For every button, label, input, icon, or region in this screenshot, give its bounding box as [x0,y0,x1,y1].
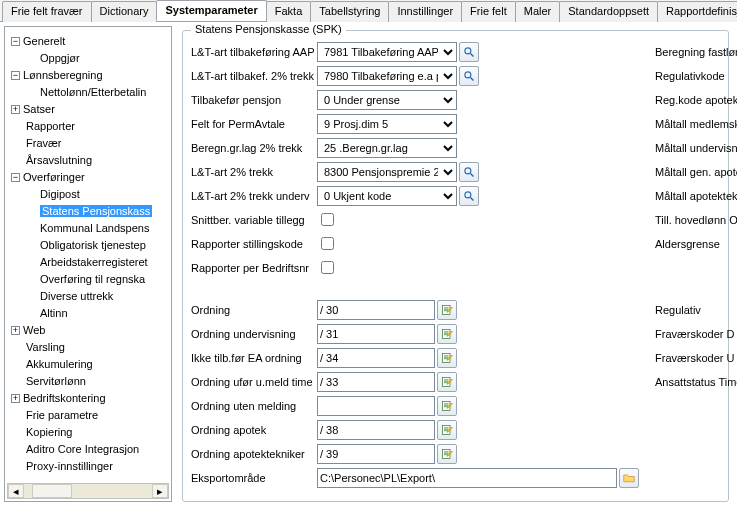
eksportomrade-input[interactable] [317,468,617,488]
tree-digipost[interactable]: Digipost [40,188,80,200]
tree-toggle[interactable]: + [11,105,20,114]
tree-akkumulering[interactable]: Akkumulering [26,358,93,370]
ordning-ufor-label: Ordning ufør u.meld time [191,376,317,388]
edit-icon[interactable] [437,420,457,440]
tree-kopiering[interactable]: Kopiering [26,426,72,438]
ordning-underv-input[interactable] [317,324,435,344]
ordning-input[interactable] [317,300,435,320]
tree-regnskap[interactable]: Overføring til regnska [40,273,145,285]
tab-tabellstyring[interactable]: Tabellstyring [310,1,389,22]
fravaerskoder-u-label: Fraværskoder U [655,352,737,364]
tree-aditro[interactable]: Aditro Core Integrasjon [26,443,139,455]
edit-icon[interactable] [437,444,457,464]
edit-icon[interactable] [437,372,457,392]
tab-dictionary[interactable]: Dictionary [91,1,158,22]
snittber-checkbox[interactable] [321,213,334,226]
tab-maler[interactable]: Maler [515,1,561,22]
ordning-apotek-label: Ordning apotek [191,424,317,436]
lt-art-tilbakef-aap-label: L&T-art tilbakeføring AAP [191,46,317,58]
sidebar-tree: −Generelt Oppgjør −Lønnsberegning Nettol… [4,26,172,502]
tilbakefor-pensjon-label: Tilbakefør pensjon [191,94,317,106]
tree-proxy[interactable]: Proxy-innstillinger [26,460,113,472]
beregning-fastlonn-label: Beregning fastlønn [655,46,737,58]
tab-standardoppsett[interactable]: Standardoppsett [559,1,658,22]
tree-toggle[interactable]: + [11,394,20,403]
ikke-tilb-ea-label: Ikke tilb.før EA ordning [191,352,317,364]
tab-fakta[interactable]: Fakta [266,1,312,22]
tree-generelt[interactable]: Generelt [23,35,65,47]
tree-toggle[interactable]: − [11,173,20,182]
tab-rapportdef-altinn[interactable]: Rapportdefinisjoner Altinn [657,1,737,22]
lt-art-2-trekk-select[interactable]: 8300 Pensjonspremie 2% [317,162,457,182]
ordning-apotek-input[interactable] [317,420,435,440]
edit-icon[interactable] [437,396,457,416]
search-icon[interactable] [459,66,479,86]
tree-oppgjor[interactable]: Oppgjør [40,52,80,64]
tree-arsavslutning[interactable]: Årsavslutning [26,154,92,166]
ordning-apotektekn-label: Ordning apotektekniker [191,448,317,460]
tab-systemparameter[interactable]: Systemparameter [156,0,266,21]
tree-lonnsberegning[interactable]: Lønnsberegning [23,69,103,81]
edit-icon[interactable] [437,348,457,368]
ordning-uten-melding-label: Ordning uten melding [191,400,317,412]
tree-satser[interactable]: Satser [23,103,55,115]
maltall-undervisning-label: Måltall undervisning (%) [655,142,737,154]
tree-fravaer[interactable]: Fravær [26,137,61,149]
tree-frieparametre[interactable]: Frie parametre [26,409,98,421]
tree-servitorlonn[interactable]: Servitørlønn [26,375,86,387]
regulativ-label: Regulativ [655,304,737,316]
folder-icon[interactable] [619,468,639,488]
lt-art-tilbakef-aap-select[interactable]: 7981 Tilbakeføring AAP [317,42,457,62]
tree-diverse[interactable]: Diverse uttrekk [40,290,113,302]
lt-art-2-trekk-underv-select[interactable]: 0 Ukjent kode [317,186,457,206]
felt-permavtale-label: Felt for PermAvtale [191,118,317,130]
ansattstatus-label: Ansattstatus Timelønn [655,376,737,388]
rapporter-bedriftsnr-checkbox[interactable] [321,261,334,274]
tree-web[interactable]: Web [23,324,45,336]
tree-toggle[interactable]: − [11,71,20,80]
ikke-tilb-ea-input[interactable] [317,348,435,368]
regulativkode-label: Regulativkode [655,70,737,82]
tree-klp[interactable]: Kommunal Landspens [40,222,149,234]
tree-arbeidstaker[interactable]: Arbeidstakerregisteret [40,256,148,268]
ordning-label: Ordning [191,304,317,316]
edit-icon[interactable] [437,300,457,320]
tree-toggle[interactable]: + [11,326,20,335]
tree-altinn[interactable]: Altinn [40,307,68,319]
tree-spk[interactable]: Statens Pensjonskass [40,205,152,217]
sidebar-hscroll[interactable]: ◂▸ [7,483,169,499]
tilbakefor-pensjon-select[interactable]: 0 Under grense [317,90,457,110]
search-icon[interactable] [459,162,479,182]
ordning-uten-melding-input[interactable] [317,396,435,416]
search-icon[interactable] [459,186,479,206]
ordning-apotektekn-input[interactable] [317,444,435,464]
tree-varsling[interactable]: Varsling [26,341,65,353]
till-hovedlonn-label: Till. hovedlønn OU-fond [655,214,737,226]
tab-bar: Frie felt fravær Dictionary Systemparame… [0,0,737,22]
edit-icon[interactable] [437,324,457,344]
tree-overforinger[interactable]: Overføringer [23,171,85,183]
tree-rapporter[interactable]: Rapporter [26,120,75,132]
tab-frie-felt[interactable]: Frie felt [461,1,516,22]
lt-art-2-trekk-underv-label: L&T-art 2% trekk underv [191,190,317,202]
snittber-label: Snittber. variable tillegg [191,214,317,226]
lt-art-2-trekk-label: L&T-art 2% trekk [191,166,317,178]
tree-nettolonn[interactable]: Nettolønn/Etterbetalin [40,86,146,98]
ordning-ufor-input[interactable] [317,372,435,392]
tree-toggle[interactable]: − [11,37,20,46]
search-icon[interactable] [459,42,479,62]
lt-art-tilbakef-2-select[interactable]: 7980 Tilbakeføring e.a per [317,66,457,86]
rapporter-bedriftsnr-label: Rapporter per Bedriftsnr [191,262,317,274]
tab-frie-felt-fravaer[interactable]: Frie felt fravær [2,1,92,22]
rapporter-stillingskode-label: Rapporter stillingskode [191,238,317,250]
rapporter-stillingskode-checkbox[interactable] [321,237,334,250]
tab-innstillinger[interactable]: Innstillinger [388,1,462,22]
felt-permavtale-select[interactable]: 9 Prosj.dim 5 [317,114,457,134]
ordning-underv-label: Ordning undervisning [191,328,317,340]
maltall-medlemskap-label: Måltall medlemskap [655,118,737,130]
beregn-grlag-select[interactable]: 25 .Beregn.gr.lag [317,138,457,158]
fravaerskoder-d-label: Fraværskoder D [655,328,737,340]
tree-bedriftskontering[interactable]: Bedriftskontering [23,392,106,404]
lt-art-tilbakef-2-label: L&T-art tilbakef. 2% trekk [191,70,317,82]
tree-obligatorisk[interactable]: Obligatorisk tjenestep [40,239,146,251]
